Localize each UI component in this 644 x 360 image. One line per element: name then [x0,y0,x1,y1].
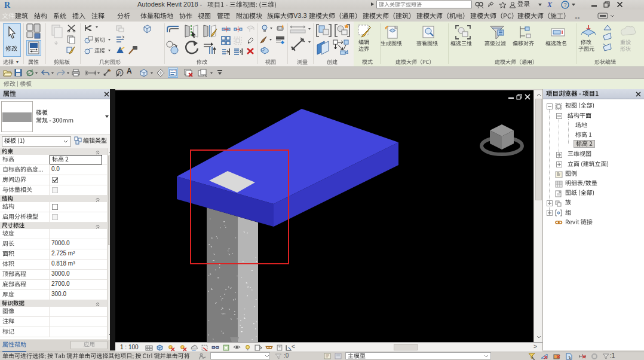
svg-text:?: ? [563,2,566,8]
svg-text:0: 0 [118,71,121,75]
